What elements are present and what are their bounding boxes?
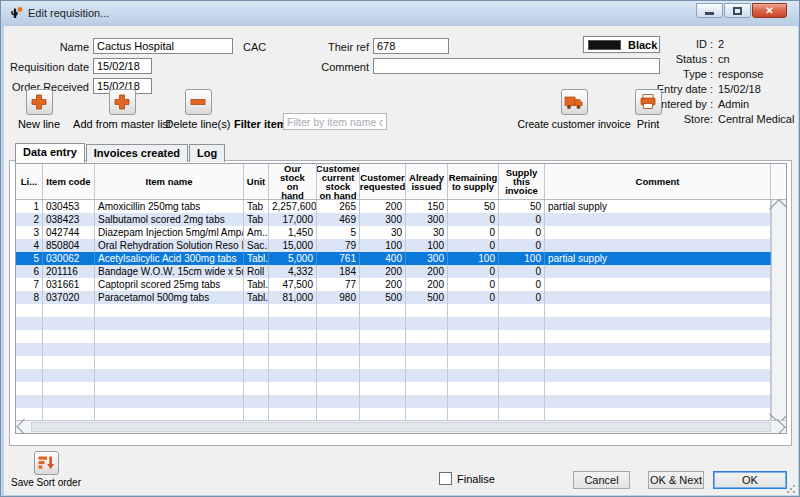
cell-line (16, 304, 43, 317)
comment-input[interactable] (373, 58, 660, 74)
cell-supply_this_invoice: 100 (499, 252, 545, 265)
table-row[interactable]: 6201116Bandage W.O.W. 15cm wide x 5m rol… (16, 265, 771, 278)
cell-line: 7 (16, 278, 43, 291)
create-customer-invoice-button[interactable]: Create customer invoice (515, 89, 633, 130)
plus-icon (113, 93, 131, 111)
cell-comment (545, 278, 771, 291)
table-row[interactable]: 5030062Acetylsalicylic Acid 300mg tabsTa… (16, 252, 771, 265)
truck-icon (564, 94, 584, 111)
cell-line (16, 382, 43, 395)
new-line-button[interactable]: New line (13, 89, 65, 130)
cell-item_code (43, 382, 95, 395)
name-input[interactable] (93, 38, 233, 54)
cell-supply_this_invoice: 0 (499, 265, 545, 278)
cancel-button[interactable]: Cancel (573, 471, 630, 489)
id-label: ID : (641, 37, 713, 52)
column-header-item_name[interactable]: Item name (95, 164, 244, 199)
filter-items-input[interactable] (283, 113, 387, 130)
table-row[interactable]: 7031661Captopril scored 25mg tabsTabl...… (16, 278, 771, 291)
column-header-supply_this_invoice[interactable]: Supply this invoice (499, 164, 545, 199)
ok-and-next-button[interactable]: OK & Next (648, 471, 704, 489)
cell-comment (545, 317, 771, 330)
requisition-date-label: Requisition date (9, 61, 89, 73)
cell-item_code (43, 317, 95, 330)
cell-our_stock_on_hand: 4,332 (269, 265, 317, 278)
column-header-comment[interactable]: Comment (545, 164, 771, 199)
cell-item_name (95, 317, 244, 330)
add-from-master-list-button[interactable]: Add from master list (71, 89, 173, 130)
horizontal-scroll-thumb[interactable] (31, 422, 771, 432)
cell-customer_requested (360, 369, 406, 382)
close-button[interactable]: ✕ (752, 3, 787, 18)
cell-our_stock_on_hand: 5,000 (269, 252, 317, 265)
cell-already_issued: 150 (406, 200, 448, 213)
maximize-icon (733, 7, 742, 15)
cell-remaining_to_supply: 0 (448, 226, 499, 239)
tab-invoices-created[interactable]: Invoices created (86, 144, 188, 162)
scroll-right-button[interactable] (772, 421, 786, 433)
cell-item_name: Captopril scored 25mg tabs (95, 278, 244, 291)
cell-item_code (43, 330, 95, 343)
delete-lines-button[interactable]: Delete line(s) (167, 89, 229, 130)
tab-data-entry[interactable]: Data entry (15, 143, 85, 163)
minimize-icon (705, 12, 714, 15)
cell-item_name (95, 304, 244, 317)
cell-line: 3 (16, 226, 43, 239)
minimize-button[interactable] (696, 3, 723, 18)
title-bar[interactable]: Edit requisition... ✕ (1, 1, 799, 27)
cell-already_issued (406, 317, 448, 330)
cell-item_name: Diazepam Injection 5mg/ml Amp/2ml (95, 226, 244, 239)
cell-customer_current_stock_on_hand (317, 382, 360, 395)
table-row[interactable]: 4850804Oral Rehydration Solution Reso Ma… (16, 239, 771, 252)
save-sort-order-button[interactable]: Save Sort order (5, 451, 87, 488)
maximize-button[interactable] (724, 3, 751, 18)
print-button[interactable]: Print (623, 89, 673, 130)
column-header-already_issued[interactable]: Already issued (406, 164, 448, 199)
finalise-checkbox[interactable] (439, 472, 452, 485)
their-ref-input[interactable] (373, 38, 449, 54)
cell-already_issued: 500 (406, 291, 448, 304)
column-header-our_stock_on_hand[interactable]: Our stock on hand (269, 164, 317, 199)
cell-remaining_to_supply: 0 (448, 265, 499, 278)
column-header-customer_current_stock_on_hand[interactable]: Customer current stock on hand (317, 164, 360, 199)
scroll-up-button[interactable] (772, 200, 786, 214)
cell-item_name (95, 330, 244, 343)
requisition-date-input[interactable] (93, 58, 152, 74)
cell-supply_this_invoice (499, 304, 545, 317)
horizontal-scrollbar[interactable] (16, 420, 786, 433)
column-header-unit[interactable]: Unit (244, 164, 269, 199)
add-from-master-list-label: Add from master list (73, 118, 171, 130)
cell-supply_this_invoice (499, 395, 545, 408)
cell-remaining_to_supply: 100 (448, 252, 499, 265)
cell-item_code (43, 343, 95, 356)
cell-item_code: 037020 (43, 291, 95, 304)
scroll-left-button[interactable] (16, 421, 30, 433)
table-row[interactable]: 3042744Diazepam Injection 5mg/ml Amp/2ml… (16, 226, 771, 239)
resize-grip[interactable] (786, 484, 795, 493)
type-value: response (718, 67, 763, 82)
table-row[interactable]: 8037020Paracetamol 500mg tabsTabl...81,0… (16, 291, 771, 304)
cell-unit (244, 369, 269, 382)
column-header-remaining_to_supply[interactable]: Remaining to supply (448, 164, 499, 199)
table-row[interactable]: 2038423Salbutamol scored 2mg tabsTab17,0… (16, 213, 771, 226)
cell-unit: Am... (244, 226, 269, 239)
cell-item_name: Acetylsalicylic Acid 300mg tabs (95, 252, 244, 265)
cell-already_issued (406, 369, 448, 382)
cell-line: 6 (16, 265, 43, 278)
tab-log[interactable]: Log (189, 144, 225, 162)
table-row-empty (16, 356, 771, 369)
vertical-scrollbar[interactable] (771, 200, 786, 422)
table-row[interactable]: 1030453Amoxicillin 250mg tabsTab2,257,60… (16, 200, 771, 213)
entered-by-value: Admin (718, 97, 749, 112)
column-header-item_code[interactable]: Item code (43, 164, 95, 199)
ok-button[interactable]: OK (713, 471, 787, 489)
column-header-line[interactable]: Li... (16, 164, 43, 199)
cell-customer_requested (360, 330, 406, 343)
cell-customer_requested: 200 (360, 278, 406, 291)
store-value: Central Medical (718, 112, 794, 127)
save-sort-order-label: Save Sort order (11, 477, 81, 488)
column-header-customer_requested[interactable]: Customer requested (360, 164, 406, 199)
cell-comment (545, 330, 771, 343)
cell-our_stock_on_hand: 1,450 (269, 226, 317, 239)
table-row-empty (16, 343, 771, 356)
